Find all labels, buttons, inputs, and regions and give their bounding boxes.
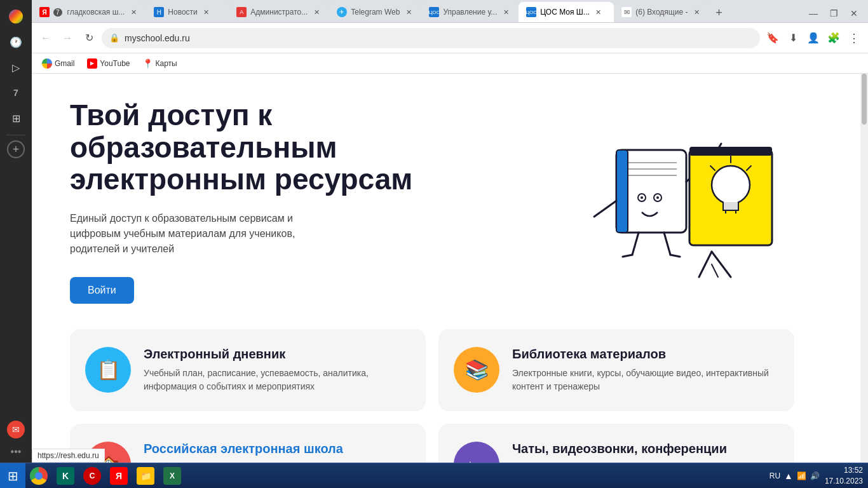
services-grid: 📋 Электронный дневник Учебный план, расп… xyxy=(70,329,794,463)
svg-line-14 xyxy=(623,255,632,257)
maps-favicon: 📍 xyxy=(143,58,153,69)
scrollbar-track xyxy=(860,74,868,463)
scrollbar-thumb[interactable] xyxy=(862,74,867,125)
hero-title: Твой доступ к образовательным электронны… xyxy=(70,99,464,196)
sidebar-history-icon[interactable]: 🕐 xyxy=(4,30,27,53)
profile-button[interactable]: 👤 xyxy=(804,29,822,47)
back-button[interactable]: ← xyxy=(37,29,55,47)
tab-close-news[interactable]: ✕ xyxy=(201,7,212,17)
diary-icon: 📋 xyxy=(97,358,120,381)
svg-rect-26 xyxy=(689,147,772,156)
tab-favicon-gmail: ✉ xyxy=(621,7,632,17)
start-button[interactable]: ⊞ xyxy=(0,463,25,489)
bookmark-youtube[interactable]: YouTube xyxy=(82,57,135,71)
tab-label-gmail: (6) Входящие - xyxy=(635,8,688,17)
hero-subtitle: Единый доступ к образовательным сервисам… xyxy=(70,211,337,257)
tab-admin[interactable]: А Администрато... ✕ xyxy=(229,2,329,22)
tab-close-gladkovskaya[interactable]: ✕ xyxy=(128,7,139,17)
volume-icon: 🔊 xyxy=(810,471,820,480)
taskbar-explorer[interactable]: 📁 xyxy=(133,463,158,489)
tab-telegram[interactable]: ✈ Telegram Web ✕ xyxy=(329,2,421,22)
forward-button[interactable]: → xyxy=(58,29,76,47)
tab-upravlenie[interactable]: ЦОС Управление у... ✕ xyxy=(421,2,519,22)
library-icon-wrap: 📚 xyxy=(454,347,499,393)
card-library-text: Библиотека материалов Электронные книги,… xyxy=(512,347,779,393)
card-diary-desc: Учебный план, расписание, успеваемость, … xyxy=(144,367,410,393)
svg-rect-4 xyxy=(616,150,628,233)
maximize-button[interactable]: ❐ xyxy=(825,4,843,22)
illustration-svg xyxy=(553,99,794,290)
taskbar-time: 13:52 17.10.2023 xyxy=(825,465,863,487)
bookmark-gmail-label: Gmail xyxy=(55,59,74,68)
chrome-sidebar: 🕐 ▷ 7 ⊞ + ✉ ••• xyxy=(0,0,32,463)
tab-gmail[interactable]: ✉ (6) Входящие - ✕ xyxy=(614,2,709,22)
svg-line-13 xyxy=(664,233,670,255)
network-icon: ▲ xyxy=(784,471,793,481)
bookmark-maps[interactable]: 📍 Карты xyxy=(138,57,182,71)
bookmarks-bar: Gmail YouTube 📍 Карты xyxy=(32,53,868,74)
svg-point-8 xyxy=(656,196,659,199)
page-inner: Твой доступ к образовательным электронны… xyxy=(32,74,832,463)
taskbar: ⊞ K C Я 📁 X RU ▲ 📶 xyxy=(0,463,868,488)
tab-favicon-myschool: ЦОС xyxy=(526,7,536,17)
sidebar-more-icon[interactable]: ••• xyxy=(11,446,22,458)
login-button[interactable]: Войти xyxy=(70,277,134,304)
svg-point-20 xyxy=(712,166,750,204)
taskbar-kaspersky[interactable]: K xyxy=(53,463,78,489)
taskbar-system-icons: RU ▲ 📶 🔊 xyxy=(770,471,820,481)
tab-bar: Я 7 гладковская ш... ✕ Н Новости ✕ А Адм… xyxy=(32,0,868,23)
sidebar-number-icon[interactable]: 7 xyxy=(4,81,27,104)
card-chat-text: Чаты, видеозвонки, конференции Платформа… xyxy=(512,442,727,463)
tab-close-gmail[interactable]: ✕ xyxy=(691,7,702,17)
card-resh-text: Российская электронная школа Интерактивн… xyxy=(144,442,343,463)
tab-favicon-upravlenie: ЦОС xyxy=(429,7,439,17)
taskbar-excel[interactable]: X xyxy=(159,463,185,489)
svg-line-15 xyxy=(670,255,680,257)
sidebar-profile-icon[interactable] xyxy=(4,5,27,28)
tab-close-admin[interactable]: ✕ xyxy=(311,7,322,17)
bookmark-button[interactable]: 🔖 xyxy=(764,29,782,47)
svg-point-6 xyxy=(641,196,643,199)
library-icon: 📚 xyxy=(465,358,489,381)
taskbar-ccleaner[interactable]: C xyxy=(79,463,105,489)
card-library: 📚 Библиотека материалов Электронные книг… xyxy=(438,329,794,411)
address-bar-actions: 🔖 ⬇ 👤 🧩 ⋮ xyxy=(764,29,863,47)
url-text: myschool.edu.ru xyxy=(125,33,752,43)
tab-close-upravlenie[interactable]: ✕ xyxy=(501,7,511,17)
tab-favicon-news: Н xyxy=(154,7,164,17)
taskbar-yandex[interactable]: Я xyxy=(106,463,132,489)
sidebar-divider xyxy=(6,135,25,135)
card-chat-title: Чаты, видеозвонки, конференции xyxy=(512,442,727,456)
card-diary: 📋 Электронный дневник Учебный план, расп… xyxy=(70,329,426,411)
url-input[interactable]: 🔒 myschool.edu.ru xyxy=(102,28,760,48)
card-library-desc: Электронные книги, курсы, обучающие виде… xyxy=(512,367,779,393)
svg-line-9 xyxy=(594,201,616,217)
card-resh-title[interactable]: Российская электронная школа xyxy=(144,442,343,456)
sidebar-play-icon[interactable]: ▷ xyxy=(4,56,27,79)
new-tab-button[interactable]: + xyxy=(709,3,728,22)
tab-gladkovskaya[interactable]: Я 7 гладковская ш... ✕ xyxy=(32,2,146,22)
sidebar-grid-icon[interactable]: ⊞ xyxy=(4,107,27,130)
bookmark-youtube-label: YouTube xyxy=(100,59,130,68)
windows-icon: ⊞ xyxy=(8,468,18,484)
tab-favicon-yandex: Я xyxy=(39,7,50,17)
address-bar: ← → ↻ 🔒 myschool.edu.ru 🔖 ⬇ 👤 🧩 ⋮ xyxy=(32,23,868,53)
tab-close-telegram[interactable]: ✕ xyxy=(403,7,414,17)
page-content: Твой доступ к образовательным электронны… xyxy=(32,74,868,463)
bookmark-gmail[interactable]: Gmail xyxy=(37,57,79,71)
taskbar-chrome[interactable] xyxy=(26,463,51,489)
download-button[interactable]: ⬇ xyxy=(784,29,802,47)
tab-close-myschool[interactable]: ✕ xyxy=(593,7,604,17)
tab-myschool[interactable]: ЦОС ЦОС Моя Ш... ✕ xyxy=(519,2,614,22)
tab-label-admin: Администрато... xyxy=(250,8,308,17)
sidebar-add-button[interactable]: + xyxy=(7,140,25,158)
sidebar-mail-icon[interactable]: ✉ xyxy=(7,421,25,438)
minimize-button[interactable]: — xyxy=(804,4,822,22)
extensions-button[interactable]: 🧩 xyxy=(825,29,843,47)
reload-button[interactable]: ↻ xyxy=(80,29,98,47)
svg-line-16 xyxy=(699,252,712,277)
hero-section: Твой доступ к образовательным электронны… xyxy=(70,99,794,304)
tab-news[interactable]: Н Новости ✕ xyxy=(146,2,229,22)
close-button[interactable]: ✕ xyxy=(845,4,863,22)
more-button[interactable]: ⋮ xyxy=(845,29,863,47)
